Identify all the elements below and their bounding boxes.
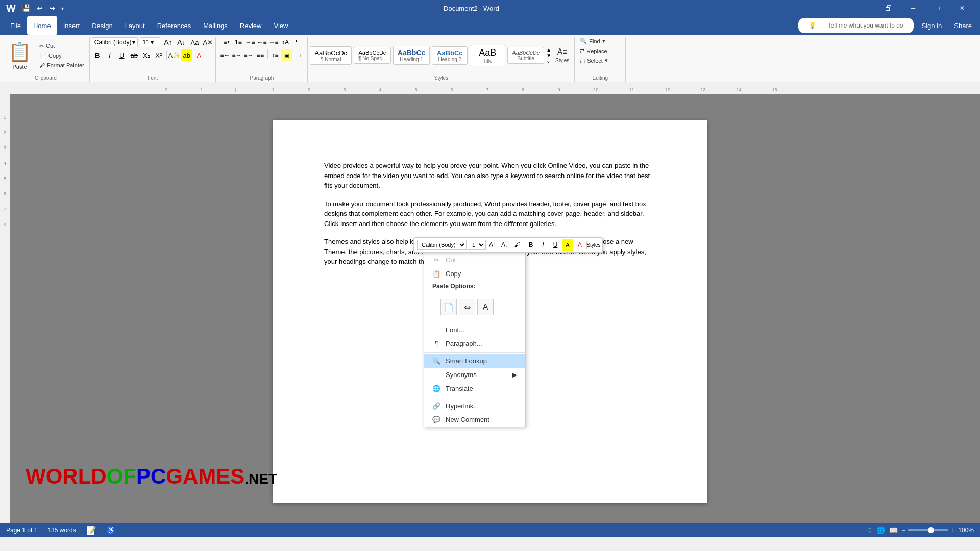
- paste-text-only-button[interactable]: A: [477, 299, 494, 315]
- customize-icon[interactable]: ▾: [59, 4, 66, 13]
- style-heading1[interactable]: AaBbCc Heading 1: [393, 46, 430, 65]
- menu-mailings[interactable]: Mailings: [197, 16, 234, 35]
- styles-up[interactable]: ▲: [546, 47, 551, 53]
- shading-button[interactable]: ▣: [281, 49, 292, 61]
- clear-format-button[interactable]: A✕: [202, 37, 213, 48]
- mini-bold-button[interactable]: B: [525, 239, 536, 251]
- undo-icon[interactable]: ↩: [35, 2, 45, 14]
- style-no-spacing[interactable]: AaBbCcDc ¶ No Spac...: [354, 47, 391, 64]
- redo-icon[interactable]: ↪: [47, 2, 57, 14]
- superscript-button[interactable]: X²: [153, 49, 164, 61]
- ctx-hyperlink[interactable]: 🔗 Hyperlink...: [424, 399, 525, 413]
- mini-style-button[interactable]: Styles: [588, 239, 599, 251]
- bold-button[interactable]: B: [92, 49, 103, 61]
- zoom-slider[interactable]: [908, 529, 948, 531]
- styles-down[interactable]: ▼: [546, 53, 551, 58]
- format-painter-button[interactable]: 🖌 Format Painter: [36, 61, 87, 69]
- style-heading2[interactable]: AaBbCc Heading 2: [432, 46, 468, 65]
- sign-in-button[interactable]: Sign in: [918, 20, 946, 32]
- strikethrough-button[interactable]: ab: [129, 49, 140, 61]
- paste-keep-src-button[interactable]: 📄: [440, 299, 457, 315]
- multilevel-button[interactable]: ↔≡: [244, 37, 256, 48]
- mini-font-selector[interactable]: Calibri (Body): [417, 240, 467, 250]
- justify-button[interactable]: ≡≡: [255, 49, 266, 61]
- mini-size-selector[interactable]: 11: [468, 240, 486, 250]
- menu-view[interactable]: View: [267, 16, 294, 35]
- mini-highlight-button[interactable]: A: [562, 239, 573, 251]
- ctx-copy[interactable]: 📋 Copy: [424, 267, 525, 281]
- align-left-button[interactable]: ≡←: [219, 49, 231, 61]
- tell-me-input[interactable]: 💡 Tell me what you want to do: [798, 18, 913, 33]
- ribbon-groups: 📋 Paste ✂ Cut 📄 Copy 🖌 Format Painter: [0, 37, 980, 82]
- proofing-icon[interactable]: 📝: [86, 525, 96, 535]
- select-button[interactable]: ⬚ Select ▾: [577, 56, 611, 65]
- maximize-button[interactable]: □: [926, 0, 949, 16]
- cut-button[interactable]: ✂ Cut: [36, 42, 87, 51]
- ctx-smart-lookup[interactable]: 🔍 Smart Lookup: [424, 354, 525, 368]
- subscript-button[interactable]: X₂: [141, 49, 152, 61]
- zoom-minus-button[interactable]: −: [902, 527, 905, 534]
- style-normal[interactable]: AaBbCcDc ¶ Normal: [310, 46, 352, 65]
- mini-shrink-button[interactable]: A↓: [499, 239, 510, 251]
- font-size-selector[interactable]: 11 ▾: [140, 37, 160, 47]
- style-subtitle[interactable]: AaBbCcDc Subtitle: [507, 47, 544, 64]
- copy-button[interactable]: 📄 Copy: [36, 52, 87, 60]
- decrease-indent-button[interactable]: ←≡: [256, 37, 267, 48]
- mini-underline-button[interactable]: U: [550, 239, 561, 251]
- menu-insert[interactable]: Insert: [57, 16, 86, 35]
- close-button[interactable]: ✕: [950, 0, 974, 16]
- ctx-font[interactable]: Font...: [424, 323, 525, 337]
- menu-file[interactable]: File: [4, 16, 27, 35]
- zoom-plus-button[interactable]: +: [950, 527, 954, 534]
- font-name-selector[interactable]: Calibri (Body) ▾: [92, 37, 138, 47]
- show-marks-button[interactable]: ¶: [291, 37, 303, 48]
- ctx-synonyms[interactable]: Synonyms ▶: [424, 368, 525, 382]
- shrink-font-button[interactable]: A↓: [176, 37, 187, 48]
- styles-pane-button[interactable]: A≡ Styles: [552, 45, 572, 65]
- save-icon[interactable]: 💾: [20, 2, 33, 14]
- line-spacing-button[interactable]: ↕≡: [270, 49, 281, 61]
- ctx-paragraph[interactable]: ¶ Paragraph...: [424, 337, 525, 350]
- text-highlight-button[interactable]: ab: [181, 49, 192, 61]
- ctx-new-comment[interactable]: 💬 New Comment: [424, 413, 525, 427]
- layout-web-icon[interactable]: 🌐: [876, 526, 885, 534]
- borders-button[interactable]: □: [293, 49, 304, 61]
- accessibility-icon[interactable]: ♿: [107, 526, 115, 534]
- mini-color-button[interactable]: A: [574, 239, 585, 251]
- sort-button[interactable]: ↕A: [280, 37, 291, 48]
- layout-read-icon[interactable]: 📖: [889, 526, 898, 534]
- zoom-level[interactable]: 100%: [958, 527, 974, 534]
- paste-button[interactable]: 📋 Paste: [4, 39, 35, 72]
- mini-grow-button[interactable]: A↑: [487, 239, 498, 251]
- italic-button[interactable]: I: [104, 49, 115, 61]
- restore-window-button[interactable]: 🗗: [877, 0, 900, 16]
- align-center-button[interactable]: ≡↔: [231, 49, 242, 61]
- ctx-translate[interactable]: 🌐 Translate: [424, 382, 525, 395]
- numbering-button[interactable]: 1≡: [233, 37, 244, 48]
- menu-design[interactable]: Design: [86, 16, 118, 35]
- paste-merge-button[interactable]: ⇔: [459, 299, 475, 315]
- style-title[interactable]: AaB Title: [470, 45, 505, 66]
- menu-references[interactable]: References: [151, 16, 197, 35]
- increase-indent-button[interactable]: →≡: [268, 37, 279, 48]
- underline-button[interactable]: U: [116, 49, 128, 61]
- find-button[interactable]: 🔍 Find ▾: [577, 37, 608, 45]
- zoom-thumb[interactable]: [928, 527, 934, 533]
- layout-print-icon[interactable]: 🖨: [865, 526, 872, 534]
- replace-button[interactable]: ⇄ Replace: [577, 46, 610, 55]
- align-right-button[interactable]: ≡→: [243, 49, 254, 61]
- font-color-button[interactable]: A: [193, 49, 205, 61]
- grow-font-button[interactable]: A↑: [162, 37, 174, 48]
- menu-layout[interactable]: Layout: [119, 16, 151, 35]
- menu-review[interactable]: Review: [234, 16, 268, 35]
- mini-italic-button[interactable]: I: [537, 239, 549, 251]
- mini-format-paint-button[interactable]: 🖌: [511, 239, 523, 251]
- ctx-cut[interactable]: ✂ Cut: [424, 253, 525, 267]
- menu-home[interactable]: Home: [27, 16, 57, 35]
- change-case-button[interactable]: Aa: [189, 37, 200, 48]
- minimize-button[interactable]: ─: [901, 0, 925, 16]
- bullets-button[interactable]: ≡•: [221, 37, 232, 48]
- styles-expand[interactable]: ⌄: [546, 58, 551, 64]
- share-button[interactable]: Share: [950, 20, 976, 32]
- text-effects-button[interactable]: A✨: [169, 49, 180, 61]
